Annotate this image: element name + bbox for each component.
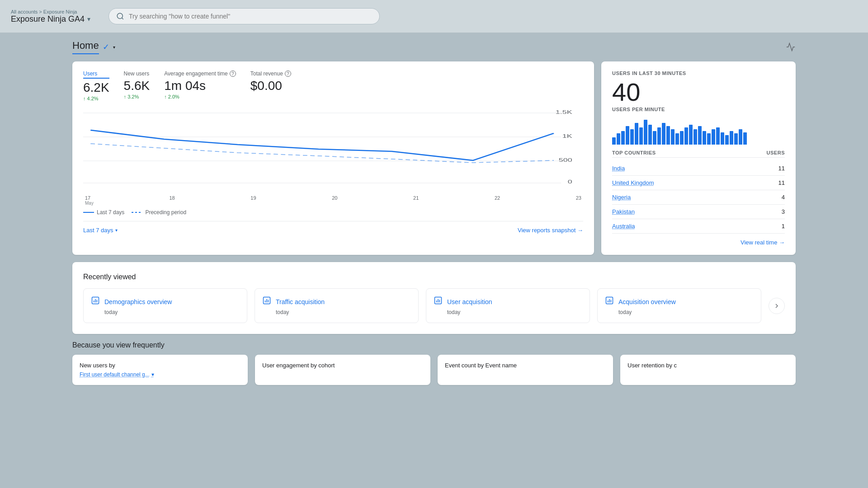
metric-revenue-label: Total revenue ? (250, 70, 291, 77)
legend-solid-line (83, 212, 94, 213)
country-row[interactable]: Australia1 (612, 219, 785, 234)
because-card-title: Event count by Event name (445, 362, 606, 369)
page-title-row: Home ✓ ▾ (72, 40, 115, 54)
country-row[interactable]: United Kingdom11 (612, 176, 785, 190)
top-countries-label: Top countries (612, 150, 656, 155)
realtime-bar-23 (716, 127, 720, 145)
metric-new-users[interactable]: New users 5.6K 3.2% (124, 70, 150, 101)
report-time: today (91, 309, 240, 315)
chart-legend: Last 7 days Preceding period (83, 209, 583, 216)
recently-viewed-card-1[interactable]: Traffic acquisition today (255, 288, 419, 323)
country-name: Australia (612, 223, 635, 230)
because-viewed-card-2[interactable]: Event count by Event name (438, 355, 613, 385)
realtime-bar-29 (743, 132, 747, 145)
legend-last7days: Last 7 days (83, 209, 124, 216)
time-selector[interactable]: Last 7 days ▾ (83, 227, 118, 234)
chart-date-22: 22 (495, 195, 500, 206)
search-icon (116, 12, 124, 20)
because-viewed-card-1[interactable]: User engagement by cohort (255, 355, 430, 385)
report-icon (434, 296, 443, 307)
realtime-bar-19 (698, 126, 702, 145)
search-bar[interactable] (108, 8, 380, 24)
legend-last7days-label: Last 7 days (97, 209, 124, 216)
search-input[interactable] (129, 13, 372, 20)
metric-new-users-change: 3.2% (124, 94, 150, 99)
realtime-bar-6 (639, 127, 643, 145)
page-title-dropdown-icon[interactable]: ▾ (113, 45, 115, 50)
realtime-bar-9 (653, 131, 656, 145)
report-card-top: User acquisition (434, 296, 582, 307)
realtime-bar-16 (684, 127, 688, 145)
realtime-bar-0 (612, 137, 616, 145)
metric-users-change: 4.2% (83, 96, 109, 101)
metric-revenue[interactable]: Total revenue ? $0.00 (250, 70, 291, 101)
engagement-info-icon[interactable]: ? (230, 70, 236, 77)
realtime-header-label: Users in last 30 minutes (612, 70, 785, 76)
svg-text:1K: 1K (562, 133, 572, 139)
recently-viewed-next-button[interactable] (769, 298, 785, 314)
realtime-bar-3 (626, 126, 629, 145)
because-viewed-title: Because you view frequently (72, 341, 796, 349)
recently-viewed-card-0[interactable]: Demographics overview today (83, 288, 247, 323)
realtime-bar-5 (635, 123, 638, 145)
realtime-bar-15 (680, 131, 684, 145)
realtime-bar-7 (644, 120, 647, 145)
page-content: Home ✓ ▾ Users 6.2K 4.2% New users 5.6 (0, 33, 868, 488)
report-icon (91, 296, 100, 307)
metric-users[interactable]: Users 6.2K 4.2% (83, 70, 109, 101)
view-reports-snapshot-link[interactable]: View reports snapshot → (518, 227, 583, 234)
account-selector[interactable]: Exposure Ninja GA4 ▾ (11, 14, 101, 24)
realtime-bar-18 (693, 129, 697, 145)
country-count: 11 (778, 179, 785, 186)
main-card-footer: Last 7 days ▾ View reports snapshot → (83, 221, 583, 234)
metric-users-value: 6.2K (83, 80, 109, 95)
report-name: Acquisition overview (618, 298, 676, 305)
svg-text:500: 500 (559, 157, 572, 163)
realtime-bar-11 (662, 123, 665, 145)
because-viewed-card-3[interactable]: User retention by c (620, 355, 796, 385)
chart-date-18: 18 (170, 195, 175, 206)
svg-text:1.5K: 1.5K (556, 109, 572, 115)
realtime-bar-20 (703, 131, 706, 145)
report-name: User acquisition (447, 298, 492, 305)
because-viewed-cards: New users by First user default channel … (72, 355, 796, 385)
metric-revenue-value: $0.00 (250, 79, 291, 93)
revenue-info-icon[interactable]: ? (285, 70, 291, 77)
countries-table-header: Top countries Users (612, 150, 785, 158)
realtime-bar-1 (617, 133, 620, 145)
because-viewed-section: Because you view frequently New users by… (72, 341, 796, 396)
legend-preceding-label: Preceding period (145, 209, 186, 216)
account-chevron-icon: ▾ (87, 15, 90, 23)
because-card-dropdown-icon[interactable]: ▾ (151, 371, 154, 378)
customize-icon[interactable] (786, 42, 796, 52)
realtime-bars (612, 117, 785, 145)
metric-engagement[interactable]: Average engagement time ? 1m 04s 2.0% (164, 70, 236, 101)
chart-date-20: 20 (332, 195, 337, 206)
report-time: today (262, 309, 411, 315)
country-count: 4 (782, 194, 785, 201)
because-card-title: New users by (80, 362, 241, 369)
legend-preceding: Preceding period (132, 209, 186, 216)
because-card-sub[interactable]: First user default channel g... ▾ (80, 371, 241, 378)
country-row[interactable]: Pakistan3 (612, 205, 785, 219)
recently-viewed-card-3[interactable]: Acquisition overview today (597, 288, 761, 323)
realtime-bar-26 (730, 131, 733, 145)
because-viewed-card-0[interactable]: New users by First user default channel … (72, 355, 248, 385)
realtime-bar-13 (671, 129, 675, 145)
metric-new-users-value: 5.6K (124, 79, 150, 93)
country-row[interactable]: India11 (612, 161, 785, 176)
country-count: 11 (778, 165, 785, 172)
because-card-title: User engagement by cohort (262, 362, 423, 369)
report-card-top: Demographics overview (91, 296, 240, 307)
realtime-bar-2 (621, 131, 625, 145)
realtime-per-minute-label: Users per minute (612, 107, 785, 112)
metric-engagement-label: Average engagement time ? (164, 70, 236, 77)
recently-viewed-card-2[interactable]: User acquisition today (426, 288, 590, 323)
realtime-bar-12 (666, 126, 670, 145)
chart-date-17: 17May (85, 195, 94, 206)
country-name: United Kingdom (612, 179, 654, 186)
country-row[interactable]: Nigeria4 (612, 190, 785, 205)
view-realtime-link[interactable]: View real time → (741, 239, 785, 246)
topbar: All accounts > Exposure Ninja Exposure N… (0, 0, 868, 33)
report-time: today (434, 309, 582, 315)
